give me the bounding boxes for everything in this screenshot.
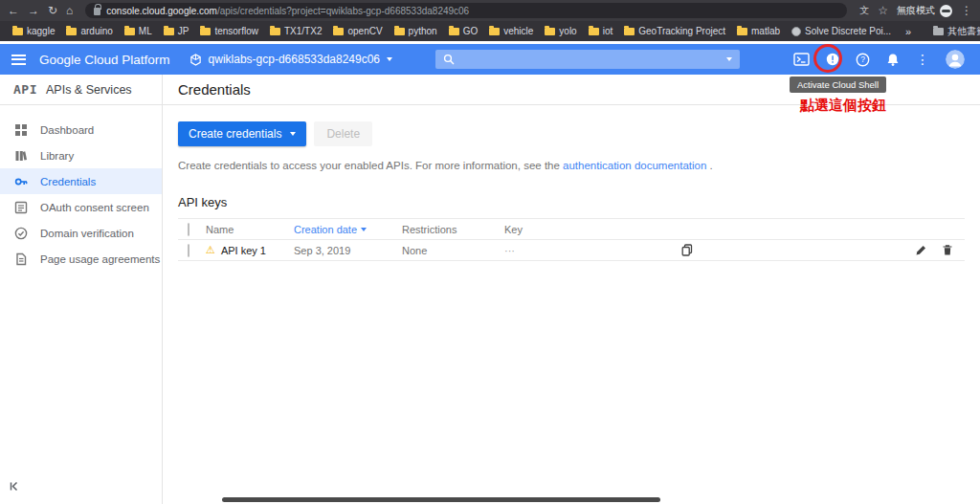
authentication-documentation-link[interactable]: authentication documentation bbox=[563, 160, 706, 171]
chevron-down-icon bbox=[387, 57, 392, 61]
sidebar-item-oauth-consent-screen[interactable]: OAuth consent screen bbox=[0, 194, 162, 220]
delete-button[interactable]: Delete bbox=[314, 121, 372, 146]
bookmark-item[interactable]: vehicle bbox=[484, 24, 538, 38]
back-icon[interactable]: ← bbox=[8, 5, 19, 16]
gcp-brand[interactable]: Google Cloud Platform bbox=[39, 53, 170, 67]
bookmark-item[interactable]: GeoTracking Project bbox=[619, 24, 730, 38]
bookmark-item[interactable]: Solve Discrete Poi... bbox=[787, 24, 896, 38]
bookmark-item[interactable]: yolo bbox=[540, 24, 581, 38]
incognito-icon bbox=[940, 5, 952, 17]
bookmark-item[interactable]: openCV bbox=[328, 24, 387, 38]
notifications-alert-button[interactable] bbox=[826, 53, 839, 66]
sidebar-item-domain-verification[interactable]: Domain verification bbox=[0, 220, 162, 246]
api-key-name[interactable]: API key 1 bbox=[221, 245, 266, 256]
search-scope-chevron-icon[interactable] bbox=[726, 57, 732, 61]
browser-menu-icon[interactable]: ⋮ bbox=[961, 4, 972, 17]
copy-icon bbox=[681, 244, 693, 256]
copy-key-button[interactable] bbox=[681, 244, 693, 256]
avatar[interactable] bbox=[946, 50, 965, 69]
notifications-bell-button[interactable] bbox=[886, 53, 900, 67]
bookmark-item[interactable]: ML bbox=[120, 24, 157, 38]
other-bookmarks[interactable]: 其他書籤 bbox=[928, 23, 980, 40]
bookmark-item[interactable]: TX1/TX2 bbox=[265, 24, 326, 38]
toolbar: Create credentials Delete bbox=[178, 121, 965, 146]
horizontal-scrollbar-thumb[interactable] bbox=[222, 497, 660, 502]
header-actions: ? ⋮ bbox=[793, 50, 965, 69]
delete-key-button[interactable] bbox=[942, 244, 953, 256]
api-key-creation-date: Sep 3, 2019 bbox=[294, 245, 402, 256]
project-selector[interactable]: qwiklabs-gcp-d668533da8249c06 bbox=[189, 53, 392, 66]
browser-window: ← → ↻ ⌂ console.cloud.google.com/apis/cr… bbox=[0, 0, 980, 504]
row-checkbox[interactable] bbox=[188, 244, 189, 257]
pencil-icon bbox=[915, 244, 927, 256]
home-icon[interactable]: ⌂ bbox=[66, 5, 73, 16]
svg-text:?: ? bbox=[860, 55, 865, 64]
chevron-down-icon bbox=[290, 132, 296, 136]
dashboard-icon bbox=[14, 123, 28, 137]
bookmark-item[interactable]: kaggle bbox=[8, 24, 59, 38]
sidebar-item-label: OAuth consent screen bbox=[40, 202, 149, 213]
folder-icon bbox=[333, 28, 344, 35]
folder-icon bbox=[624, 28, 635, 35]
folder-icon bbox=[589, 28, 599, 35]
sidebar-item-credentials[interactable]: Credentials bbox=[0, 168, 162, 194]
cloud-shell-icon bbox=[793, 53, 810, 66]
red-text-annotation: 點選這個按鈕 bbox=[800, 97, 886, 115]
sidebar-item-label: Page usage agreements bbox=[40, 253, 160, 265]
bookmarks-overflow-icon[interactable]: » bbox=[900, 26, 917, 37]
bookmark-item[interactable]: GO bbox=[444, 24, 483, 38]
help-button[interactable]: ? bbox=[856, 53, 870, 67]
page-body: Create credentials Delete Create credent… bbox=[163, 105, 980, 261]
sidebar-item-dashboard[interactable]: Dashboard bbox=[0, 117, 162, 142]
bell-icon bbox=[886, 53, 900, 67]
header-more-menu-icon[interactable]: ⋮ bbox=[916, 52, 929, 67]
folder-icon bbox=[545, 28, 555, 35]
address-bar[interactable]: console.cloud.google.com/apis/credential… bbox=[85, 3, 847, 18]
bookmark-label: tensorflow bbox=[214, 26, 258, 36]
hamburger-menu-icon[interactable] bbox=[11, 55, 26, 65]
gcp-header: Google Cloud Platform qwiklabs-gcp-d6685… bbox=[0, 44, 980, 75]
api-key-masked-value: ··· bbox=[504, 245, 681, 256]
alert-icon bbox=[826, 53, 839, 66]
bookmark-item[interactable]: arduino bbox=[61, 24, 117, 38]
creation-date-label: Creation date bbox=[294, 224, 357, 235]
select-all-checkbox[interactable] bbox=[188, 223, 189, 236]
collapse-sidebar-button[interactable] bbox=[8, 479, 21, 496]
search-icon bbox=[443, 54, 455, 65]
create-credentials-button[interactable]: Create credentials bbox=[178, 121, 306, 146]
activate-cloud-shell-button[interactable] bbox=[793, 53, 810, 66]
api-key-restrictions: None bbox=[402, 245, 504, 256]
bookmark-star-icon[interactable]: ☆ bbox=[878, 5, 888, 16]
table-row[interactable]: ⚠ API key 1 Sep 3, 2019 None ··· bbox=[178, 240, 965, 261]
bookmark-label: kaggle bbox=[27, 26, 55, 36]
url-domain: console.cloud.google.com bbox=[106, 6, 217, 16]
sort-descending-icon bbox=[361, 228, 367, 231]
description-body: Create credentials to access your enable… bbox=[178, 160, 560, 171]
bookmark-label: arduino bbox=[80, 26, 112, 36]
incognito-label: 無痕模式 bbox=[897, 4, 935, 17]
translate-icon[interactable]: 文 bbox=[859, 6, 869, 15]
bookmarks-bar: kaggle arduino ML JP tensorflow TX1/TX2 … bbox=[0, 21, 980, 41]
api-logo: API bbox=[13, 82, 37, 97]
bookmark-label: Solve Discrete Poi... bbox=[805, 26, 891, 36]
bookmark-label: GO bbox=[463, 26, 479, 36]
project-icon bbox=[189, 54, 202, 66]
forward-icon[interactable]: → bbox=[28, 5, 39, 16]
edit-key-button[interactable] bbox=[915, 244, 927, 256]
sidebar-item-library[interactable]: Library bbox=[0, 142, 162, 168]
bookmark-item[interactable]: tensorflow bbox=[195, 24, 263, 38]
table-header-row: Name Creation date Restrictions Key bbox=[178, 218, 965, 240]
bookmark-item[interactable]: python bbox=[390, 24, 442, 38]
bookmark-item[interactable]: iot bbox=[584, 24, 618, 38]
bookmark-item[interactable]: JP bbox=[159, 24, 194, 38]
column-header-creation-date[interactable]: Creation date bbox=[294, 224, 402, 235]
api-keys-heading: API keys bbox=[178, 195, 965, 209]
bookmark-label: yolo bbox=[559, 26, 576, 36]
refresh-icon[interactable]: ↻ bbox=[48, 5, 57, 16]
sidebar-item-page-usage-agreements[interactable]: Page usage agreements bbox=[0, 246, 162, 272]
library-icon bbox=[14, 149, 28, 163]
warning-icon: ⚠ bbox=[206, 245, 215, 255]
bookmark-item[interactable]: matlab bbox=[732, 24, 785, 38]
bookmark-label: TX1/TX2 bbox=[284, 26, 322, 36]
search-bar[interactable] bbox=[435, 50, 740, 69]
